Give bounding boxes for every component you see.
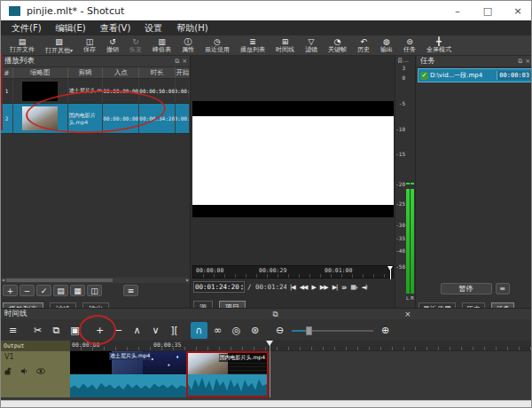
redo-icon: ↻ — [132, 37, 139, 46]
open-other-button[interactable]: ▧打开其他▾ — [40, 35, 78, 55]
lock-open-icon[interactable] — [4, 367, 12, 375]
remove-clip-button[interactable]: − — [20, 285, 35, 296]
skip-end-button[interactable]: ▶| — [332, 284, 339, 291]
timeline-ruler[interactable]: 00:00:00 00:00:35 — [70, 341, 532, 351]
history-button[interactable]: ↶历史 — [352, 35, 375, 55]
playlist-menu-button[interactable]: ≡ — [123, 285, 138, 296]
snap-magnet-button[interactable]: ∩ — [191, 322, 207, 339]
col-clip[interactable]: 剪辑 — [68, 67, 104, 78]
copy-button[interactable]: ⧉ — [48, 322, 65, 339]
save-button[interactable]: ◫保存 — [78, 35, 101, 55]
annotation-circle-append-button — [79, 315, 116, 345]
maximize-button[interactable]: □ — [473, 1, 503, 20]
filters-button[interactable]: ▽滤镜 — [300, 35, 323, 55]
speaker-icon[interactable] — [20, 367, 28, 375]
zoom-in-button[interactable]: ⊕ — [377, 322, 394, 339]
timeline-playhead[interactable] — [270, 341, 270, 397]
close-button[interactable]: × — [503, 1, 532, 20]
slider-handle[interactable] — [306, 326, 312, 335]
eye-icon[interactable] — [36, 367, 45, 375]
scrub-bar[interactable]: 00:00:00 00:00:29 00:01:00 — [192, 265, 394, 279]
timecode-spinner[interactable]: 00:01:24:20 ▴▾ — [193, 281, 245, 293]
menu-settings[interactable]: 设置 — [137, 22, 169, 35]
timeline-button[interactable]: ⊞时间线 — [270, 35, 300, 55]
jobs-button[interactable]: ⊜任务 — [398, 35, 421, 55]
video-viewport — [192, 101, 394, 217]
close-panel-icon[interactable]: × — [401, 310, 530, 319]
keyframes-button[interactable]: ◔关键帧 — [323, 35, 352, 55]
float-panel-icon[interactable]: ⧉ — [270, 310, 399, 319]
timeline-zoom-slider[interactable] — [292, 322, 373, 339]
recent-button[interactable]: ◷最近使用 — [200, 35, 235, 55]
level-bar-right — [411, 189, 414, 294]
peak-meter-button[interactable]: ▥峰值表 — [147, 35, 176, 55]
export-icon: ◍ — [383, 37, 390, 46]
view-details-button[interactable]: ▤ — [53, 285, 68, 296]
jobs-menu-button[interactable]: ≡ — [496, 283, 510, 294]
col-in[interactable]: 入点 — [103, 67, 139, 78]
save-icon: ◫ — [86, 37, 94, 46]
scrub-while-dragging-button[interactable]: ∞ — [209, 322, 226, 339]
job-row-selected[interactable]: ✓ D:\vid...一段.mp4 00:00:03 — [418, 68, 532, 82]
scroll-right-icon[interactable]: ▶ — [186, 278, 189, 283]
jobs-icon: ⊜ — [406, 37, 413, 46]
col-start[interactable]: 开始 — [176, 67, 190, 78]
scrub-playhead[interactable] — [387, 266, 394, 279]
scrollbar-thumb[interactable] — [6, 279, 113, 282]
float-panel-icon[interactable]: ⧉ — [175, 58, 179, 65]
update-clip-button[interactable]: ✓ — [36, 285, 51, 296]
menu-help[interactable]: 帮助(H) — [169, 22, 215, 35]
horizontal-scrollbar[interactable]: ◀ ▶ — [1, 278, 190, 283]
menu-edit[interactable]: 编辑(E) — [49, 22, 93, 35]
fullscreen-icon: ╋ — [436, 37, 441, 46]
funnel-icon: ▽ — [309, 37, 315, 46]
undo-icon: ↺ — [109, 37, 116, 46]
timeline-menu-button[interactable]: ≡ — [4, 322, 21, 339]
timeline-playhead-head[interactable] — [266, 341, 273, 346]
col-duration[interactable]: 时长 — [139, 67, 176, 78]
cut-button[interactable]: ✂ — [29, 322, 46, 339]
titlebar: pinjie.mlt* - Shotcut – □ × — [1, 1, 532, 20]
timeline-titlebar: 时间线 ⧉× — [1, 309, 532, 319]
pause-job-button[interactable]: 暂停 — [441, 283, 492, 294]
col-thumbnail[interactable]: 缩略图 — [13, 67, 68, 78]
overwrite-button[interactable]: ∨ — [147, 322, 164, 339]
track-v1-header[interactable]: V1 — [1, 351, 70, 397]
redo-button[interactable]: ↻恢复 — [124, 35, 147, 55]
timeline-clip-2-selected[interactable]: 国内电影片头.mp4 — [186, 351, 269, 397]
playlist-button[interactable]: ≣播放列表 — [235, 35, 270, 55]
timeline-clip-1[interactable]: 迪士尼片头.mp4 — [70, 351, 186, 397]
play-button[interactable]: ▶ — [310, 284, 316, 291]
split-button[interactable]: ][ — [166, 322, 183, 339]
volume-button[interactable]: ◄) — [361, 284, 368, 291]
grid-button[interactable]: ▦▾ — [349, 284, 357, 291]
spin-down-icon[interactable]: ▾ — [241, 287, 243, 291]
in-out-button[interactable]: ⧈▾ — [340, 284, 347, 291]
window-title: pinjie.mlt* - Shotcut — [27, 5, 124, 17]
ripple-all-tracks-button[interactable]: ⊛ — [246, 322, 263, 339]
menu-view[interactable]: 查看(V) — [93, 22, 138, 35]
fullscreen-button[interactable]: ╋全屏模式 — [421, 35, 457, 55]
video-frame — [192, 116, 394, 205]
undo-button[interactable]: ↺撤销 — [101, 35, 124, 55]
rewind-button[interactable]: ◀◀ — [299, 284, 309, 291]
open-file-button[interactable]: ▤打开文件 — [4, 35, 40, 55]
view-tiles-button[interactable]: ▦ — [70, 285, 85, 296]
menubar: 文件(F) 编辑(E) 查看(V) 设置 帮助(H) — [1, 20, 532, 35]
col-number[interactable]: # — [1, 67, 13, 78]
lift-button[interactable]: ∧ — [129, 322, 145, 339]
add-clip-button[interactable]: + — [3, 285, 18, 296]
ripple-button[interactable]: ◎ — [228, 322, 245, 339]
export-button[interactable]: ◍输出 — [375, 35, 398, 55]
close-panel-icon[interactable]: × — [525, 58, 530, 65]
zoom-out-button[interactable]: ⊖ — [271, 322, 288, 339]
close-panel-icon[interactable]: × — [182, 58, 187, 65]
properties-button[interactable]: ⓘ属性 — [176, 35, 200, 55]
scroll-left-icon[interactable]: ◀ — [2, 278, 4, 283]
skip-start-button[interactable]: |◀ — [289, 284, 296, 291]
view-icons-button[interactable]: ◫ — [87, 285, 102, 296]
float-panel-icon[interactable]: ⧉ — [518, 58, 522, 65]
menu-file[interactable]: 文件(F) — [4, 22, 49, 35]
minimize-button[interactable]: – — [442, 1, 473, 20]
fast-forward-button[interactable]: ▶▶ — [319, 284, 329, 291]
